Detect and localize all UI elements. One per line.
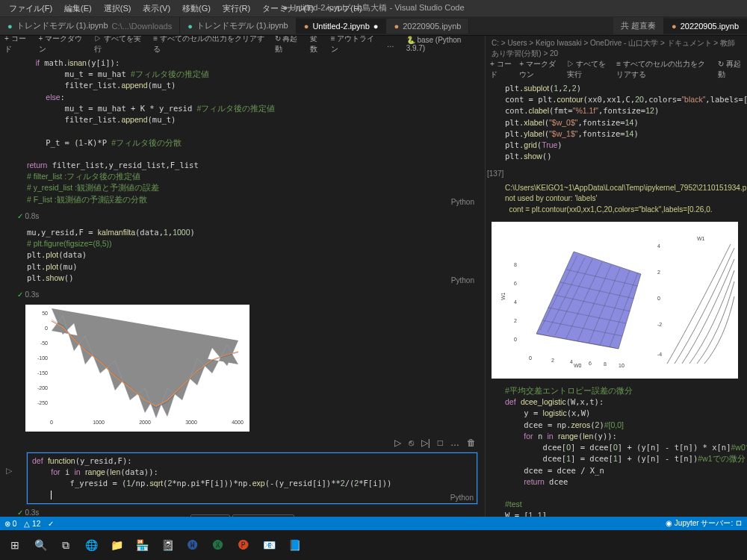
tab-untitled2[interactable]: ●Untitled-2.ipynb● bbox=[297, 19, 387, 34]
vars-button[interactable]: 変数 bbox=[310, 36, 324, 55]
code-content-2: mu,y_resid,F = kalmanfilta(data,1,1000) … bbox=[22, 225, 477, 286]
outlook-icon[interactable]: 📘 bbox=[284, 535, 305, 556]
kernel-picker[interactable]: 🐍 base (Python 3.9.7) bbox=[406, 36, 480, 52]
run-cell-icon[interactable]: ▷ bbox=[394, 438, 401, 448]
run-cell-play-icon[interactable]: ▷ bbox=[6, 466, 12, 476]
check-icon: ✓ bbox=[17, 212, 23, 220]
add-markdown-button-r[interactable]: + マークダウン bbox=[519, 59, 560, 80]
svg-text:0: 0 bbox=[529, 355, 532, 361]
svg-text:1000: 1000 bbox=[93, 420, 105, 425]
powerpoint-icon[interactable]: 🅟 bbox=[233, 535, 254, 556]
svg-text:8: 8 bbox=[604, 361, 607, 367]
code-cell-2[interactable]: mu,y_resid,F = kalmanfilta(data,1,1000) … bbox=[22, 225, 477, 286]
svg-text:-2: -2 bbox=[657, 322, 662, 327]
tab-trend-model-1[interactable]: ●トレンドモデル (1).ipynbC:\...\Downloads bbox=[0, 17, 180, 34]
svg-text:4: 4 bbox=[570, 359, 573, 364]
explorer-icon[interactable]: 📁 bbox=[106, 535, 127, 556]
svg-text:-100: -100 bbox=[37, 355, 48, 361]
run-above-icon[interactable]: ▷| bbox=[421, 438, 430, 448]
svg-text:3000: 3000 bbox=[185, 420, 197, 425]
svg-text:-50: -50 bbox=[40, 340, 48, 346]
svg-text:-150: -150 bbox=[37, 370, 48, 376]
cell-r1-num: [137] bbox=[486, 168, 747, 179]
menu-view[interactable]: 表示(V) bbox=[138, 1, 175, 16]
menu-bar: ファイル(F) 編集(E) 選択(S) 表示(V) 移動(G) 実行(R) ター… bbox=[0, 0, 747, 16]
edge-icon[interactable]: 🌐 bbox=[81, 535, 102, 556]
delete-cell-icon[interactable]: 🗑 bbox=[467, 438, 476, 448]
svg-text:4000: 4000 bbox=[232, 420, 244, 425]
breadcrumb[interactable]: C: > Users > Keigo Iwasaki > OneDrive - … bbox=[486, 36, 747, 61]
start-icon[interactable]: ⊞ bbox=[4, 535, 25, 556]
editor-tab-row: ●トレンドモデル (1).ipynbC:\...\Downloads ●トレンド… bbox=[0, 16, 747, 36]
excel-icon[interactable]: 🅧 bbox=[208, 535, 229, 556]
split-cell-icon[interactable]: □ bbox=[438, 438, 443, 448]
run-by-line-icon[interactable]: ⎋ bbox=[409, 438, 414, 448]
add-code-button[interactable]: + コード bbox=[4, 36, 33, 55]
restart-button[interactable]: ↻ 再起動 bbox=[275, 36, 305, 55]
svg-text:4: 4 bbox=[514, 299, 517, 305]
tab-share[interactable]: 共 超直奏 bbox=[613, 17, 664, 34]
notebook-toolbar-left: + コード + マークダウン ▷ すべてを実行 ≡ すべてのセルの出力をクリアす… bbox=[0, 36, 485, 52]
tab-right-20220905[interactable]: ●20220905.ipynb bbox=[664, 19, 747, 34]
status-errors[interactable]: ⊗ 0 bbox=[4, 520, 16, 528]
svg-text:2: 2 bbox=[551, 358, 554, 363]
check-icon: ✓ bbox=[17, 508, 23, 517]
windows-taskbar: ⊞ 🔍 ⧉ 🌐 📁 🏪 📓 🅦 🅧 🅟 📧 📘 bbox=[0, 530, 747, 560]
onenote-icon[interactable]: 📓 bbox=[157, 535, 178, 556]
search-icon[interactable]: 🔍 bbox=[30, 535, 51, 556]
svg-text:6: 6 bbox=[514, 281, 517, 286]
cell-lang-2: Python bbox=[451, 276, 474, 284]
code-content-3[interactable]: def function(y_resid,F): for i in range(… bbox=[28, 453, 477, 503]
svg-text:0: 0 bbox=[514, 337, 517, 342]
menu-file[interactable]: ファイル(F) bbox=[4, 1, 57, 16]
code-content-r1: plt.subplot(1,2,2) cont = plt.contour(xx… bbox=[500, 81, 740, 165]
code-cell-r1[interactable]: plt.subplot(1,2,2) cont = plt.contour(xx… bbox=[500, 81, 740, 165]
mail-icon[interactable]: 📧 bbox=[258, 535, 279, 556]
output-chart-3d-contour: W0W1 024 6810 02468 W1 -4-2024 bbox=[492, 222, 738, 379]
more-icon[interactable]: … bbox=[387, 40, 394, 49]
menu-edit[interactable]: 編集(E) bbox=[60, 1, 96, 16]
main-area: + コード + マークダウン ▷ すべてを実行 ≡ すべてのセルの出力をクリアす… bbox=[0, 36, 747, 530]
more-cell-icon[interactable]: … bbox=[450, 438, 459, 448]
code-content-1: if math.isnan(y[i]): mu_t = mu_hat #フィルタ… bbox=[22, 55, 477, 208]
check-icon: ✓ bbox=[17, 290, 23, 299]
status-bar: ⊗ 0 △ 12 ✓ ◉ Jupyter サーバー: ロ bbox=[0, 517, 747, 530]
tab-trend-model-2[interactable]: ●トレンドモデル (1).ipynb bbox=[180, 17, 297, 34]
output-chart-timeseries: 500-50 -100-150-200-250 0100020003000400… bbox=[25, 305, 249, 432]
menu-go[interactable]: 移動(G) bbox=[178, 1, 215, 16]
notebook-toolbar-right: + コード + マークダウン ▷ すべてを実行 ≡ すべてのセルの出力をクリアす… bbox=[486, 61, 747, 78]
warning-output: C:\Users\KEIGO1~1\AppData\Local\Temp\ipy… bbox=[500, 181, 741, 218]
word-icon[interactable]: 🅦 bbox=[182, 535, 203, 556]
clear-all-button[interactable]: ≡ すべてのセルの出力をクリアする bbox=[153, 36, 268, 55]
add-code-button-r[interactable]: + コード bbox=[490, 59, 513, 80]
menu-select[interactable]: 選択(S) bbox=[99, 1, 136, 16]
status-sync-icon[interactable]: ✓ bbox=[48, 520, 54, 528]
status-warnings[interactable]: △ 12 bbox=[24, 520, 40, 528]
run-all-button[interactable]: ▷ すべてを実行 bbox=[94, 36, 147, 55]
window-title: ● Untitled-2.ipynb - 大島大橋 - Visual Studi… bbox=[282, 2, 464, 13]
code-cell-r2[interactable]: #平均交差エントロピー誤差の微分 def dcee_logistic(W,x,t… bbox=[500, 383, 740, 530]
add-markdown-button[interactable]: + マークダウン bbox=[39, 36, 89, 55]
store-icon[interactable]: 🏪 bbox=[131, 535, 152, 556]
svg-text:W1: W1 bbox=[500, 292, 506, 300]
svg-text:-200: -200 bbox=[37, 385, 48, 391]
svg-text:-250: -250 bbox=[37, 400, 48, 405]
task-view-icon[interactable]: ⧉ bbox=[55, 535, 76, 556]
outline-button[interactable]: ≡ アウトライン bbox=[331, 36, 381, 55]
cell-lang-3: Python bbox=[450, 494, 474, 502]
svg-text:2: 2 bbox=[514, 318, 517, 323]
jupyter-server-status[interactable]: ◉ Jupyter サーバー: ロ bbox=[666, 518, 743, 529]
code-cell-3-active[interactable]: def function(y_resid,F): for i in range(… bbox=[27, 452, 477, 504]
cell-lang-1: Python bbox=[451, 198, 474, 206]
svg-text:2: 2 bbox=[657, 270, 660, 275]
code-content-r2: #平均交差エントロピー誤差の微分 def dcee_logistic(W,x,t… bbox=[500, 383, 740, 530]
svg-text:4: 4 bbox=[657, 243, 660, 249]
run-all-button-r[interactable]: ▷ すべてを実行 bbox=[567, 59, 611, 80]
tab-20220905[interactable]: ●20220905.ipynb bbox=[386, 19, 469, 34]
restart-button-r[interactable]: ↻ 再起動 bbox=[718, 59, 743, 80]
cell-2-status: [253] ✓ 0.3s bbox=[0, 289, 485, 300]
clear-all-button-r[interactable]: ≡ すべてのセルの出力をクリアする bbox=[616, 59, 712, 80]
cell-1-status: [234] ✓ 0.8s bbox=[0, 211, 485, 222]
code-cell-1[interactable]: if math.isnan(y[i]): mu_t = mu_hat #フィルタ… bbox=[22, 55, 477, 208]
menu-run[interactable]: 実行(R) bbox=[218, 1, 255, 16]
